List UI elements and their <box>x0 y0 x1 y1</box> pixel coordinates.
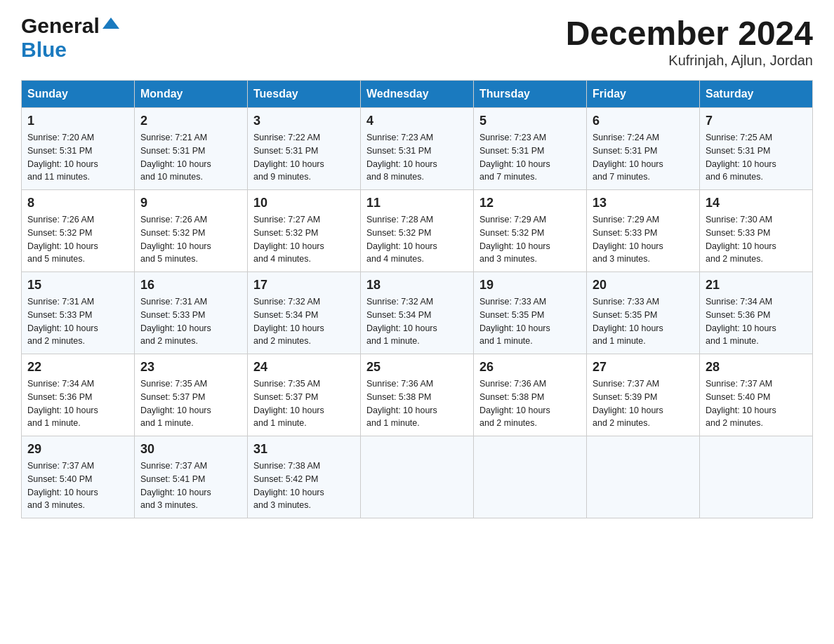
calendar-cell: 9 Sunrise: 7:26 AM Sunset: 5:32 PM Dayli… <box>135 190 248 272</box>
day-info: Sunrise: 7:38 AM Sunset: 5:42 PM Dayligh… <box>253 459 355 512</box>
day-number: 29 <box>27 442 128 457</box>
calendar-cell: 29 Sunrise: 7:37 AM Sunset: 5:40 PM Dayl… <box>22 436 135 518</box>
calendar-cell: 8 Sunrise: 7:26 AM Sunset: 5:32 PM Dayli… <box>22 190 135 272</box>
day-info: Sunrise: 7:20 AM Sunset: 5:31 PM Dayligh… <box>27 131 128 184</box>
day-info: Sunrise: 7:28 AM Sunset: 5:32 PM Dayligh… <box>366 213 468 266</box>
day-number: 27 <box>593 360 694 375</box>
header: General Blue December 2024 Kufrinjah, Aj… <box>21 14 813 69</box>
calendar-cell: 21 Sunrise: 7:34 AM Sunset: 5:36 PM Dayl… <box>700 272 813 354</box>
title-area: December 2024 Kufrinjah, Ajlun, Jordan <box>566 14 813 69</box>
day-number: 20 <box>593 278 694 293</box>
calendar-cell <box>361 436 474 518</box>
calendar-cell: 11 Sunrise: 7:28 AM Sunset: 5:32 PM Dayl… <box>361 190 474 272</box>
day-number: 12 <box>479 196 581 210</box>
calendar-week-row: 15 Sunrise: 7:31 AM Sunset: 5:33 PM Dayl… <box>22 272 813 354</box>
day-number: 1 <box>27 114 128 128</box>
day-number: 30 <box>140 442 241 457</box>
day-info: Sunrise: 7:26 AM Sunset: 5:32 PM Dayligh… <box>140 213 241 266</box>
day-number: 31 <box>253 442 355 457</box>
day-number: 22 <box>27 360 128 375</box>
calendar-cell: 27 Sunrise: 7:37 AM Sunset: 5:39 PM Dayl… <box>587 354 700 436</box>
day-info: Sunrise: 7:32 AM Sunset: 5:34 PM Dayligh… <box>253 295 355 348</box>
day-number: 2 <box>140 114 241 128</box>
day-info: Sunrise: 7:37 AM Sunset: 5:41 PM Dayligh… <box>140 459 241 512</box>
calendar-cell: 3 Sunrise: 7:22 AM Sunset: 5:31 PM Dayli… <box>248 108 361 190</box>
day-number: 28 <box>706 360 807 375</box>
day-of-week-header: Friday <box>587 81 700 108</box>
day-info: Sunrise: 7:23 AM Sunset: 5:31 PM Dayligh… <box>366 131 468 184</box>
day-info: Sunrise: 7:33 AM Sunset: 5:35 PM Dayligh… <box>593 295 694 348</box>
day-info: Sunrise: 7:33 AM Sunset: 5:35 PM Dayligh… <box>479 295 581 348</box>
header-row: SundayMondayTuesdayWednesdayThursdayFrid… <box>22 81 813 108</box>
day-number: 25 <box>366 360 468 375</box>
calendar-cell: 6 Sunrise: 7:24 AM Sunset: 5:31 PM Dayli… <box>587 108 700 190</box>
day-info: Sunrise: 7:27 AM Sunset: 5:32 PM Dayligh… <box>253 213 355 266</box>
day-number: 16 <box>140 278 241 293</box>
day-info: Sunrise: 7:29 AM Sunset: 5:32 PM Dayligh… <box>479 213 581 266</box>
calendar-cell: 5 Sunrise: 7:23 AM Sunset: 5:31 PM Dayli… <box>474 108 587 190</box>
day-info: Sunrise: 7:36 AM Sunset: 5:38 PM Dayligh… <box>479 377 581 430</box>
location: Kufrinjah, Ajlun, Jordan <box>566 53 813 69</box>
day-number: 24 <box>253 360 355 375</box>
logo-blue-text: Blue <box>21 38 67 61</box>
calendar-cell: 17 Sunrise: 7:32 AM Sunset: 5:34 PM Dayl… <box>248 272 361 354</box>
day-of-week-header: Sunday <box>22 81 135 108</box>
calendar-week-row: 8 Sunrise: 7:26 AM Sunset: 5:32 PM Dayli… <box>22 190 813 272</box>
calendar-cell: 19 Sunrise: 7:33 AM Sunset: 5:35 PM Dayl… <box>474 272 587 354</box>
day-number: 6 <box>593 114 694 128</box>
day-number: 17 <box>253 278 355 293</box>
day-info: Sunrise: 7:37 AM Sunset: 5:40 PM Dayligh… <box>706 377 807 430</box>
calendar-cell: 4 Sunrise: 7:23 AM Sunset: 5:31 PM Dayli… <box>361 108 474 190</box>
calendar-cell: 28 Sunrise: 7:37 AM Sunset: 5:40 PM Dayl… <box>700 354 813 436</box>
svg-marker-0 <box>102 18 119 29</box>
day-info: Sunrise: 7:37 AM Sunset: 5:39 PM Dayligh… <box>593 377 694 430</box>
day-info: Sunrise: 7:26 AM Sunset: 5:32 PM Dayligh… <box>27 213 128 266</box>
calendar-cell: 22 Sunrise: 7:34 AM Sunset: 5:36 PM Dayl… <box>22 354 135 436</box>
logo-flag-icon <box>100 15 122 37</box>
day-number: 5 <box>479 114 581 128</box>
calendar-cell: 24 Sunrise: 7:35 AM Sunset: 5:37 PM Dayl… <box>248 354 361 436</box>
day-info: Sunrise: 7:37 AM Sunset: 5:40 PM Dayligh… <box>27 459 128 512</box>
day-number: 7 <box>706 114 807 128</box>
day-info: Sunrise: 7:34 AM Sunset: 5:36 PM Dayligh… <box>27 377 128 430</box>
day-number: 13 <box>593 196 694 210</box>
calendar-cell: 18 Sunrise: 7:32 AM Sunset: 5:34 PM Dayl… <box>361 272 474 354</box>
day-info: Sunrise: 7:34 AM Sunset: 5:36 PM Dayligh… <box>706 295 807 348</box>
calendar-cell: 7 Sunrise: 7:25 AM Sunset: 5:31 PM Dayli… <box>700 108 813 190</box>
day-of-week-header: Tuesday <box>248 81 361 108</box>
day-number: 14 <box>706 196 807 210</box>
day-info: Sunrise: 7:30 AM Sunset: 5:33 PM Dayligh… <box>706 213 807 266</box>
day-info: Sunrise: 7:35 AM Sunset: 5:37 PM Dayligh… <box>253 377 355 430</box>
day-info: Sunrise: 7:35 AM Sunset: 5:37 PM Dayligh… <box>140 377 241 430</box>
day-info: Sunrise: 7:22 AM Sunset: 5:31 PM Dayligh… <box>253 131 355 184</box>
day-info: Sunrise: 7:31 AM Sunset: 5:33 PM Dayligh… <box>140 295 241 348</box>
day-info: Sunrise: 7:23 AM Sunset: 5:31 PM Dayligh… <box>479 131 581 184</box>
calendar-cell: 1 Sunrise: 7:20 AM Sunset: 5:31 PM Dayli… <box>22 108 135 190</box>
calendar-cell <box>700 436 813 518</box>
day-info: Sunrise: 7:21 AM Sunset: 5:31 PM Dayligh… <box>140 131 241 184</box>
calendar-cell: 10 Sunrise: 7:27 AM Sunset: 5:32 PM Dayl… <box>248 190 361 272</box>
day-info: Sunrise: 7:29 AM Sunset: 5:33 PM Dayligh… <box>593 213 694 266</box>
day-info: Sunrise: 7:31 AM Sunset: 5:33 PM Dayligh… <box>27 295 128 348</box>
calendar-cell: 23 Sunrise: 7:35 AM Sunset: 5:37 PM Dayl… <box>135 354 248 436</box>
day-number: 19 <box>479 278 581 293</box>
calendar-cell: 2 Sunrise: 7:21 AM Sunset: 5:31 PM Dayli… <box>135 108 248 190</box>
calendar-cell: 12 Sunrise: 7:29 AM Sunset: 5:32 PM Dayl… <box>474 190 587 272</box>
calendar-cell: 13 Sunrise: 7:29 AM Sunset: 5:33 PM Dayl… <box>587 190 700 272</box>
day-number: 4 <box>366 114 468 128</box>
calendar-cell: 30 Sunrise: 7:37 AM Sunset: 5:41 PM Dayl… <box>135 436 248 518</box>
day-info: Sunrise: 7:25 AM Sunset: 5:31 PM Dayligh… <box>706 131 807 184</box>
month-title: December 2024 <box>566 14 813 53</box>
calendar-week-row: 1 Sunrise: 7:20 AM Sunset: 5:31 PM Dayli… <box>22 108 813 190</box>
calendar-cell: 14 Sunrise: 7:30 AM Sunset: 5:33 PM Dayl… <box>700 190 813 272</box>
day-number: 11 <box>366 196 468 210</box>
day-of-week-header: Saturday <box>700 81 813 108</box>
logo: General Blue <box>21 14 122 62</box>
calendar-cell: 16 Sunrise: 7:31 AM Sunset: 5:33 PM Dayl… <box>135 272 248 354</box>
day-of-week-header: Monday <box>135 81 248 108</box>
calendar-week-row: 22 Sunrise: 7:34 AM Sunset: 5:36 PM Dayl… <box>22 354 813 436</box>
calendar-cell: 26 Sunrise: 7:36 AM Sunset: 5:38 PM Dayl… <box>474 354 587 436</box>
day-number: 23 <box>140 360 241 375</box>
calendar-cell: 31 Sunrise: 7:38 AM Sunset: 5:42 PM Dayl… <box>248 436 361 518</box>
day-number: 9 <box>140 196 241 210</box>
